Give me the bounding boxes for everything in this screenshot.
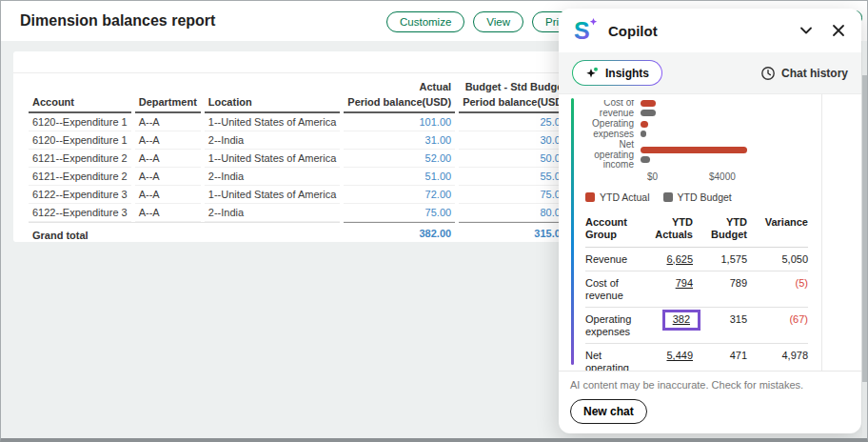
insight-col-3: Variance: [747, 212, 808, 248]
col-department: Department: [135, 94, 201, 113]
ytd-actuals-cell: 382: [638, 308, 693, 344]
col-group-actual: Actual: [344, 81, 455, 94]
account-group-cell: Revenue: [585, 247, 638, 271]
scrollbar-thumb[interactable]: [862, 75, 867, 382]
budget-value[interactable]: 30.00: [459, 131, 570, 150]
actual-value[interactable]: 31.00: [344, 131, 455, 150]
ytd-actuals-link[interactable]: 6,625: [666, 253, 693, 265]
actual-value[interactable]: 101.00: [344, 113, 455, 131]
ytd-actuals-link[interactable]: 5,449: [666, 350, 693, 361]
department-cell: A--A: [135, 204, 201, 222]
col-account: Account: [29, 94, 131, 113]
ytd-chart: RevenueCost of revenueOperating expenses…: [585, 100, 844, 203]
clock-icon: [760, 66, 776, 81]
account-group-cell: Net operating income: [585, 344, 638, 372]
copilot-header: S Copilot: [559, 9, 861, 52]
department-cell: A--A: [135, 150, 201, 168]
location-cell: 1--United States of America: [205, 186, 341, 204]
col-actual-balance: Period balance(USD): [344, 94, 455, 113]
budget-value[interactable]: 80.00: [459, 204, 570, 222]
budget-value[interactable]: 50.00: [459, 150, 570, 168]
chart-bar: [641, 121, 648, 128]
insight-col-1: YTD Actuals: [638, 212, 693, 248]
ytd-budget-cell: 471: [693, 344, 747, 372]
ytd-chart-bars: RevenueCost of revenueOperating expenses…: [585, 100, 844, 171]
location-cell: 2--India: [205, 204, 341, 222]
grand-total-value: 315.00: [459, 222, 570, 242]
legend-item: YTD Budget: [663, 191, 732, 203]
chart-bar: [641, 110, 656, 116]
ytd-actuals-cell: 6,625: [638, 247, 693, 271]
insight-table-header: Account GroupYTD ActualsYTD BudgetVarian…: [585, 212, 808, 248]
insight-col-2: YTD Budget: [693, 212, 747, 248]
chart-category-bars: [641, 147, 844, 163]
budget-value[interactable]: 75.00: [459, 186, 570, 204]
legend-swatch: [663, 192, 673, 202]
insight-table: Account GroupYTD ActualsYTD BudgetVarian…: [585, 212, 808, 372]
account-cell: 6120--Expenditure 1: [29, 113, 131, 131]
chart-category-label: Cost of revenue: [585, 100, 641, 118]
chat-history-button[interactable]: Chat history: [760, 66, 848, 81]
account-group-cell: Operating expenses: [585, 308, 638, 344]
chart-category-row: Operating expenses: [585, 119, 844, 139]
ytd-budget-cell: 789: [693, 271, 747, 308]
legend-item: YTD Actual: [585, 191, 650, 203]
new-chat-button[interactable]: New chat: [570, 399, 647, 424]
department-cell: A--A: [135, 186, 201, 204]
x-tick-zero: $0: [647, 171, 658, 182]
department-cell: A--A: [135, 168, 201, 186]
collapse-panel-button[interactable]: [799, 23, 814, 38]
insight-row: Net operating income5,4494714,978: [585, 344, 808, 372]
chart-category-row: Cost of revenue: [585, 100, 844, 118]
customize-button[interactable]: Customize: [386, 11, 464, 32]
actual-value[interactable]: 52.00: [344, 150, 455, 168]
insights-button[interactable]: Insights: [572, 60, 662, 86]
actual-value[interactable]: 75.00: [344, 204, 455, 222]
page-title: Dimension balances report: [20, 1, 215, 41]
variance-cell: (67): [747, 308, 808, 344]
copilot-insight-content: RevenueCost of revenueOperating expenses…: [559, 94, 861, 371]
insights-label: Insights: [605, 67, 649, 80]
department-cell: A--A: [135, 131, 201, 150]
actual-value[interactable]: 72.00: [344, 186, 455, 204]
chart-category-bars: [641, 100, 844, 116]
copilot-accent-bar: [571, 98, 574, 365]
copilot-title: Copilot: [608, 23, 658, 39]
chart-category-row: Net operating income: [585, 140, 844, 171]
app-window: Dimension balances report Customize View…: [0, 0, 868, 442]
location-cell: 1--United States of America: [205, 113, 341, 131]
legend-swatch: [585, 192, 595, 202]
chat-history-label: Chat history: [781, 67, 848, 80]
department-cell: A--A: [135, 113, 201, 131]
ytd-actuals-link[interactable]: 382: [673, 313, 690, 325]
svg-text:S: S: [574, 17, 590, 44]
chart-category-bars: [641, 121, 844, 137]
budget-value[interactable]: 25.00: [459, 113, 570, 131]
account-cell: 6121--Expenditure 2: [29, 168, 131, 186]
sparkle-icon: [585, 67, 599, 80]
ytd-actuals-cell: 5,449: [638, 344, 693, 372]
location-cell: 2--India: [205, 168, 341, 186]
actual-value[interactable]: 51.00: [344, 168, 455, 186]
chart-bar: [641, 131, 646, 137]
window-scrollbar[interactable]: [862, 41, 867, 438]
content-edge-line: [821, 94, 822, 371]
variance-cell: (5): [747, 271, 808, 308]
highlight-box: 382: [662, 310, 700, 331]
view-button[interactable]: View: [473, 11, 523, 32]
close-panel-button[interactable]: [831, 23, 846, 38]
chart-legend: YTD ActualYTD Budget: [585, 191, 844, 203]
insight-table-body: Revenue6,6251,5755,050Cost of revenue794…: [585, 247, 808, 371]
col-group-budget: Budget - Std Budget: [459, 81, 570, 94]
ytd-actuals-link[interactable]: 794: [676, 277, 693, 289]
budget-value[interactable]: 55.00: [459, 168, 570, 186]
insight-row: Cost of revenue794789(5): [585, 271, 808, 308]
ytd-actuals-cell: 794: [638, 271, 693, 308]
account-cell: 6122--Expenditure 3: [29, 186, 131, 204]
chart-x-axis: $0 $4000: [647, 171, 844, 184]
col-budget-balance: Period balance(USD): [459, 94, 570, 113]
variance-cell: 5,050: [747, 247, 808, 271]
chart-category-label: Net operating income: [585, 140, 641, 171]
grand-total-value: 382.00: [344, 222, 455, 242]
account-cell: 6121--Expenditure 2: [29, 150, 131, 168]
